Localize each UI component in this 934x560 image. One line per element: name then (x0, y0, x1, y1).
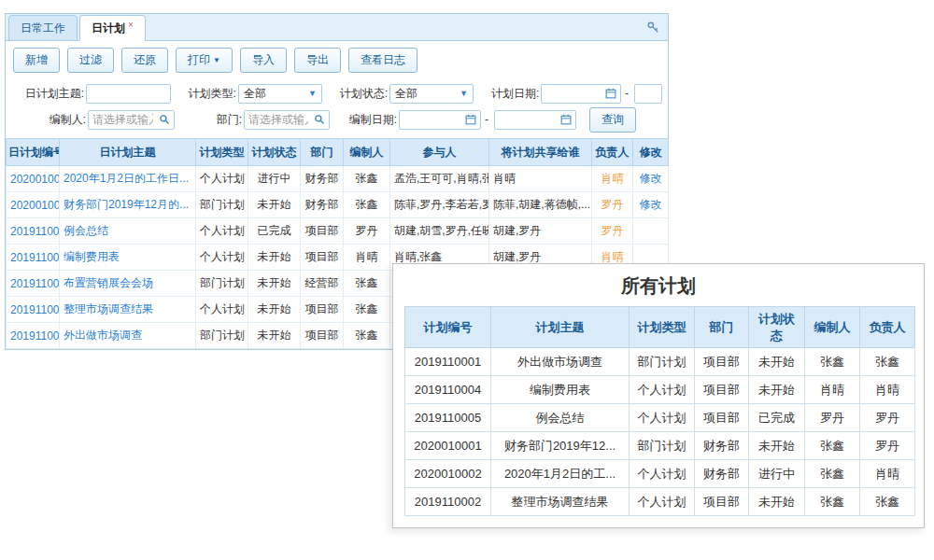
plan-id-link[interactable]: 2019110003 (10, 277, 60, 290)
plan-subject-cell: 编制费用表 (60, 245, 196, 271)
owner-cell: 罗丹 (592, 192, 633, 218)
plan-type-cell: 个人计划 (196, 218, 248, 245)
create-date-start-input[interactable] (400, 111, 463, 129)
filter-row-1: 日计划主题: 计划类型: 全部 ▼ 计划状态: 全部 ▼ 计划日期: - (11, 80, 662, 106)
owner-link[interactable]: 罗丹 (601, 198, 624, 211)
owner-link[interactable]: 罗丹 (601, 224, 624, 237)
header-cell: 将计划共享给谁 (489, 139, 592, 166)
plan-subject-cell: 财务部门2019年12月的... (60, 192, 196, 218)
all-plans-table: 计划编号 计划主题 计划类型 部门 计划状态 编制人 负责人 201911000… (404, 306, 915, 516)
create-date-end-input[interactable] (495, 111, 559, 129)
view-log-button[interactable]: 查看日志 (348, 48, 417, 73)
header-cell: 计划状态 (248, 139, 301, 166)
dept-input[interactable] (245, 111, 312, 129)
plan-type-cell: 部门计划 (630, 432, 695, 460)
creator-cell: 肖晴 (805, 376, 860, 404)
creator-cell: 张鑫 (344, 271, 390, 297)
key-icon[interactable] (646, 21, 659, 34)
subject-input[interactable] (87, 85, 170, 103)
calendar-icon[interactable] (559, 114, 575, 125)
table-row[interactable]: 2020010002 2020年1月2日的工作日... 个人计划 进行中 财务部… (7, 166, 669, 192)
creator-cell: 张鑫 (805, 488, 860, 516)
plan-id-link[interactable]: 2020010001 (10, 199, 60, 212)
calendar-icon[interactable] (603, 88, 620, 99)
plan-id-cell: 2020010002 (405, 460, 491, 488)
header-cell: 编制人 (344, 139, 390, 166)
tab-daily-plan[interactable]: 日计划× (79, 15, 146, 41)
plan-id-link[interactable]: 2020010002 (10, 173, 60, 186)
export-button[interactable]: 导出 (294, 48, 341, 73)
owner-cell: 肖晴 (592, 166, 633, 192)
search-icon[interactable] (157, 114, 174, 125)
plan-type-cell: 个人计划 (196, 297, 248, 323)
plan-date-start-field (541, 84, 621, 104)
table-row[interactable]: 2020010001 财务部门2019年12月的... 部门计划 未开始 财务部… (7, 192, 669, 218)
header-cell: 计划状态 (749, 307, 805, 348)
dept-cell: 财务部 (301, 192, 344, 218)
header-cell: 修改 (633, 139, 669, 166)
table-row: 2019110001 外出做市场调查 部门计划 项目部 未开始 张鑫 张鑫 (405, 348, 915, 376)
tab-daily-work[interactable]: 日常工作 (8, 15, 78, 41)
creator-cell: 张鑫 (805, 432, 860, 460)
tab-close-icon[interactable]: × (128, 20, 134, 30)
plan-status-label: 计划状态: (322, 86, 388, 102)
plan-status-select[interactable]: 全部 ▼ (389, 84, 474, 104)
plan-subject-link[interactable]: 财务部门2019年12月的... (64, 198, 189, 211)
edit-link[interactable]: 修改 (640, 198, 662, 211)
create-date-label: 编制日期: (330, 112, 397, 128)
owner-link[interactable]: 肖晴 (601, 250, 624, 263)
query-button[interactable]: 查询 (589, 107, 636, 133)
plan-subject-link[interactable]: 例会总结 (64, 224, 108, 237)
search-icon[interactable] (312, 114, 329, 125)
add-button[interactable]: 新增 (13, 48, 60, 73)
creator-cell: 张鑫 (805, 460, 860, 488)
filter-button[interactable]: 过滤 (67, 48, 114, 73)
plan-type-cell: 部门计划 (630, 348, 695, 376)
plan-status-cell: 未开始 (248, 245, 301, 271)
plan-date-start-input[interactable] (542, 85, 603, 103)
table-row: 2019110002 整理市场调查结果 个人计划 项目部 未开始 张鑫 张鑫 (405, 488, 915, 516)
plan-subject-link[interactable]: 外出做市场调查 (64, 329, 142, 342)
plan-subject-cell: 外出做市场调查 (491, 348, 630, 376)
creator-input[interactable] (89, 111, 157, 129)
creator-label: 编制人: (11, 112, 86, 128)
plan-subject-link[interactable]: 2020年1月2日的工作日... (64, 172, 189, 185)
owner-link[interactable]: 肖晴 (601, 172, 624, 185)
plan-id-link[interactable]: 2019110004 (10, 251, 60, 264)
plan-type-select[interactable]: 全部 ▼ (238, 84, 322, 104)
plan-id-link[interactable]: 2019110005 (10, 225, 60, 238)
plan-subject-link[interactable]: 布置营销展会会场 (64, 276, 153, 289)
plan-subject-cell: 整理市场调查结果 (491, 488, 630, 516)
plan-id-cell: 2020010001 (405, 432, 491, 460)
shared-with-cell: 陈菲,胡建,蒋德帧,... (489, 192, 592, 218)
filter-form: 日计划主题: 计划类型: 全部 ▼ 计划状态: 全部 ▼ 计划日期: - 编制人… (6, 78, 668, 138)
header-cell: 负责人 (860, 307, 915, 348)
restore-button[interactable]: 还原 (121, 48, 168, 73)
plan-date-end-input[interactable] (635, 85, 661, 103)
plan-status-cell: 未开始 (248, 297, 301, 323)
header-cell: 编制人 (805, 307, 860, 348)
table-row: 2019110004 编制费用表 个人计划 项目部 未开始 肖晴 肖晴 (405, 376, 915, 404)
calendar-icon[interactable] (463, 114, 480, 125)
print-button[interactable]: 打印 ▼ (176, 48, 233, 73)
table-row[interactable]: 2019110005 例会总结 个人计划 已完成 项目部 罗丹 胡建,胡雪,罗丹… (7, 218, 669, 245)
header-cell: 计划类型 (196, 139, 248, 166)
edit-cell: 修改 (633, 166, 669, 192)
plan-subject-cell: 例会总结 (60, 218, 196, 245)
plan-id-link[interactable]: 2019110001 (10, 329, 60, 343)
all-plans-title: 所有计划 (404, 270, 913, 306)
all-plans-table-header: 计划编号 计划主题 计划类型 部门 计划状态 编制人 负责人 (405, 307, 915, 348)
creator-cell: 张鑫 (344, 166, 390, 192)
all-plans-table-body: 2019110001 外出做市场调查 部门计划 项目部 未开始 张鑫 张鑫 20… (405, 348, 915, 516)
plan-id-link[interactable]: 2019110002 (10, 303, 60, 316)
creator-cell: 罗丹 (344, 218, 390, 245)
plan-subject-link[interactable]: 编制费用表 (64, 250, 120, 263)
dept-cell: 项目部 (695, 348, 749, 376)
edit-link[interactable]: 修改 (640, 172, 662, 185)
plan-type-value: 全部 (244, 86, 266, 102)
plan-subject-link[interactable]: 整理市场调查结果 (64, 302, 153, 315)
date-separator: - (485, 113, 488, 126)
plan-id-cell: 2019110001 (7, 323, 60, 349)
import-button[interactable]: 导入 (240, 48, 287, 73)
plan-id-cell: 2020010002 (7, 166, 60, 192)
